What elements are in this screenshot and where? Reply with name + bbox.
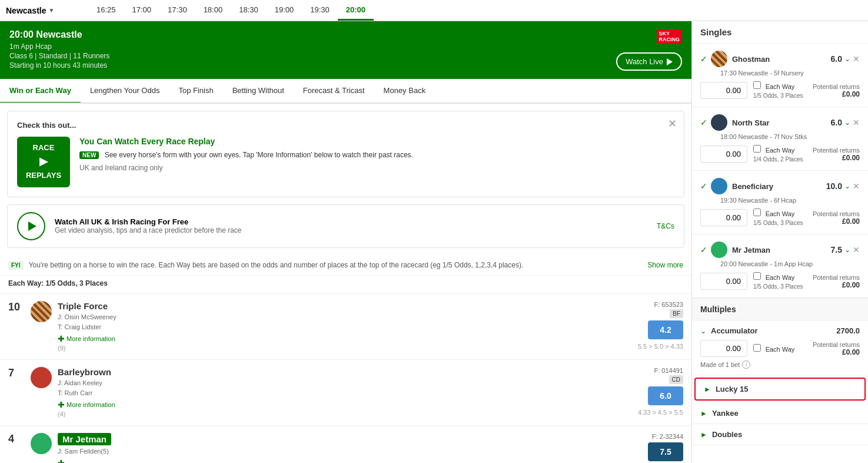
venue-name: Newcastle — [6, 6, 46, 15]
tandc-link[interactable]: T&Cs — [657, 222, 674, 230]
odds-history: 4.33 > 4.5 > 5.5 — [638, 409, 683, 416]
ew-checkbox[interactable] — [753, 209, 761, 216]
chevron-down-icon[interactable]: ⌄ — [844, 246, 850, 254]
show-more-link[interactable]: Show more — [647, 261, 683, 269]
multiple-row: ► Doubles — [700, 430, 860, 439]
ew-section: Each Way 1/4 Odds, 2 Places — [753, 145, 803, 163]
horse-form: F: 2-32344 — [652, 433, 683, 440]
chevron-down-icon[interactable]: ⌄ — [844, 118, 850, 127]
potential-returns: Potential returns £0.00 — [813, 274, 860, 289]
chevron-right-icon[interactable]: ► — [704, 385, 711, 393]
race-replay-badge: RACE ▶ REPLAYS — [17, 137, 70, 187]
horse-details: Barleybrown J: Aidan KeeleyT: Ruth Carr … — [58, 367, 632, 418]
chevron-right-icon[interactable]: ► — [700, 409, 707, 418]
time-slot-1800[interactable]: 18:00 — [195, 1, 231, 21]
close-icon[interactable]: ✕ — [853, 245, 860, 254]
odds-button[interactable]: 7.5 — [648, 442, 683, 461]
odds-button[interactable]: 4.2 — [648, 320, 683, 339]
horse-silk — [31, 367, 52, 388]
horse-odds-section: F: 014491 CD 6.0 4.33 > 4.5 > 5.5 — [638, 367, 683, 416]
tab-win-or-each-way[interactable]: Win or Each Way — [0, 79, 81, 104]
potential-value: £0.00 — [813, 281, 860, 289]
horse-details: Mr Jetman J: Sam Feilden(5) ✚ — [58, 433, 642, 463]
bet-input-row: Each Way 1/4 Odds, 2 Places Potential re… — [700, 145, 860, 163]
more-info-label: More information — [66, 335, 115, 342]
time-slot-1730[interactable]: 17:30 — [159, 1, 195, 21]
tab-lengthen-your-odds[interactable]: Lengthen Your Odds — [81, 79, 169, 104]
potential-value: £0.00 — [813, 90, 860, 98]
potential-value: £0.00 — [813, 348, 860, 356]
bet-horse-name: Ghostman — [732, 55, 831, 64]
promo-close-button[interactable]: ✕ — [668, 117, 677, 130]
ew-label: Each Way — [766, 274, 795, 281]
bet-check-icon: ✓ — [700, 181, 707, 191]
potential-value: £0.00 — [813, 154, 860, 162]
watch-live-button[interactable]: Watch Live — [616, 52, 682, 71]
stake-input[interactable] — [700, 209, 747, 226]
ew-terms: Each Way: 1/5 Odds, 3 Places — [0, 276, 691, 294]
more-info-link[interactable]: ✚ More information — [58, 400, 632, 409]
multiple-row: ► Lucky 15 — [704, 385, 856, 393]
fyi-badge: FYI — [8, 261, 24, 270]
multiple-name: Lucky 15 — [716, 385, 856, 393]
bet-check-icon: ✓ — [700, 118, 707, 127]
time-slot-1900[interactable]: 19:00 — [267, 1, 302, 21]
stake-input[interactable] — [700, 273, 747, 290]
chevron-down-icon[interactable]: ⌄ — [844, 55, 850, 63]
race-nav: Newcastle ▼ 16:2517:0017:3018:0018:3019:… — [0, 0, 868, 21]
bets-container: ✓ Ghostman 6.0 ⌄ ✕ 17:30 Newcastle - 5f … — [692, 44, 868, 298]
bet-item-header: ✓ Beneficiary 10.0 ⌄ ✕ — [700, 178, 860, 194]
form-badge: BF — [670, 309, 683, 318]
sky-badge: SKYRACING — [657, 29, 683, 44]
more-info-link[interactable]: ✚ — [58, 458, 642, 463]
stake-input[interactable] — [700, 82, 747, 99]
multiple-stake-input[interactable] — [700, 340, 747, 357]
horse-row: 7 Barleybrown J: Aidan KeeleyT: Ruth Car… — [0, 360, 691, 426]
promo-title: You Can Watch Every Race Replay — [79, 137, 413, 146]
chevron-down-icon: ▼ — [48, 7, 54, 14]
stake-input[interactable] — [700, 145, 747, 163]
race-title: 20:00 Newcastle — [9, 29, 682, 40]
multiples-container: ⌄ Accumulator 2700.0 Each Way Potential … — [692, 320, 868, 445]
bet-check-icon: ✓ — [700, 54, 707, 64]
time-slot-1625[interactable]: 16:25 — [88, 1, 124, 21]
bet-input-row: Each Way 1/5 Odds, 3 Places Potential re… — [700, 209, 860, 227]
time-slot-1830[interactable]: 18:30 — [231, 1, 267, 21]
time-slot-2000[interactable]: 20:00 — [338, 1, 374, 21]
promo-text: You Can Watch Every Race Replay NEW See … — [79, 137, 413, 173]
chevron-down-icon[interactable]: ⌄ — [700, 327, 706, 335]
close-icon[interactable]: ✕ — [853, 118, 860, 127]
draw-number: (9) — [58, 345, 65, 352]
tab-money-back[interactable]: Money Back — [374, 79, 435, 104]
tab-forecast-&-tricast[interactable]: Forecast & Tricast — [294, 79, 374, 104]
plus-icon: ✚ — [58, 334, 65, 343]
tab-betting-without[interactable]: Betting Without — [223, 79, 294, 104]
chevron-right-icon[interactable]: ► — [700, 431, 707, 439]
venue-selector[interactable]: Newcastle ▼ — [6, 6, 88, 15]
ew-checkbox[interactable] — [753, 145, 761, 153]
info-icon: i — [742, 361, 750, 369]
ew-label: Each Way — [766, 147, 795, 154]
time-slot-1700[interactable]: 17:00 — [124, 1, 160, 21]
ew-info-description: You're betting on a horse to win the rac… — [29, 261, 524, 269]
bet-silk — [711, 51, 727, 67]
plus-icon: ✚ — [58, 400, 65, 409]
ew-checkbox[interactable] — [753, 344, 761, 352]
odds-button[interactable]: 6.0 — [648, 386, 683, 405]
ew-checkbox[interactable] — [753, 81, 761, 89]
badge-line1: RACE — [25, 143, 62, 153]
time-slot-1930[interactable]: 19:30 — [302, 1, 338, 21]
promo-description: See every horse's form with your own eye… — [105, 151, 413, 159]
tabs-bar: Win or Each WayLengthen Your OddsTop Fin… — [0, 79, 691, 104]
ew-odds: 1/5 Odds, 3 Places — [753, 283, 803, 290]
potential-label: Potential returns — [813, 274, 860, 281]
close-icon[interactable]: ✕ — [853, 181, 860, 191]
tab-top-finish[interactable]: Top Finish — [169, 79, 222, 104]
close-icon[interactable]: ✕ — [853, 54, 860, 64]
race-header: SKYRACING 20:00 Newcastle 1m App Hcap Cl… — [0, 21, 691, 79]
bet-silk — [711, 114, 727, 131]
bet-item: ✓ Beneficiary 10.0 ⌄ ✕ 19:30 Newcastle -… — [692, 171, 868, 234]
chevron-down-icon[interactable]: ⌄ — [844, 182, 850, 190]
more-info-link[interactable]: ✚ More information — [58, 334, 632, 343]
ew-checkbox[interactable] — [753, 272, 761, 280]
